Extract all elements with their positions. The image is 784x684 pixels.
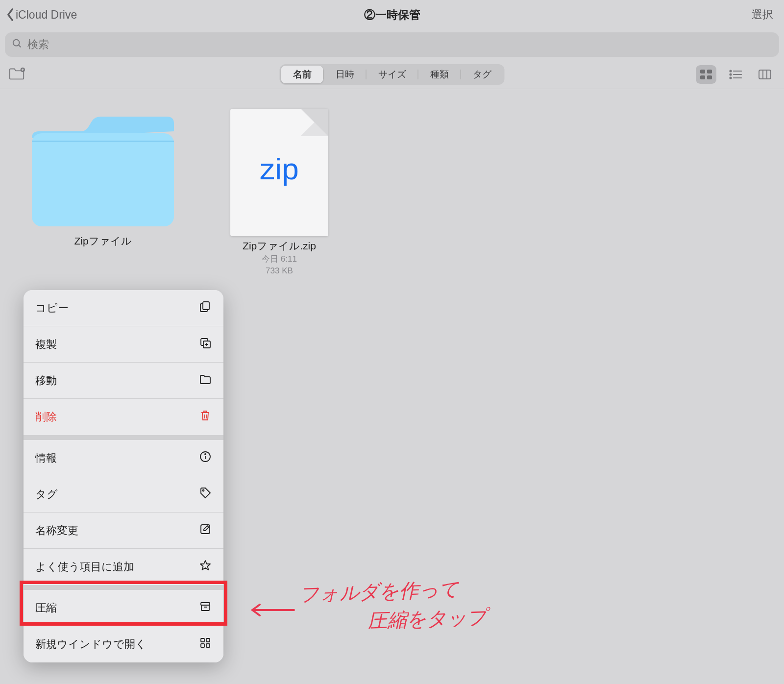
view-columns[interactable] (755, 65, 775, 84)
menu-copy-label: コピー (35, 301, 69, 316)
menu-rename[interactable]: 名称変更 (24, 513, 223, 549)
trash-icon (199, 409, 212, 425)
zip-glyph: zip (260, 151, 298, 186)
menu-favorite[interactable]: よく使う項目に追加 (24, 549, 223, 585)
annotation-line2: 圧縮をタップ (367, 604, 488, 635)
menu-new-window[interactable]: 新規ウインドウで開く (24, 626, 223, 662)
svg-rect-30 (201, 525, 210, 534)
sort-segmented-control: 名前 日時 サイズ 種類 タグ (280, 64, 505, 85)
menu-rename-label: 名称変更 (35, 523, 78, 538)
sort-name[interactable]: 名前 (281, 66, 323, 83)
menu-move[interactable]: 移動 (24, 363, 223, 399)
grid-icon (199, 636, 212, 652)
svg-rect-32 (201, 605, 209, 611)
handwritten-annotation: フォルダを作って 圧縮をタップ (245, 578, 564, 647)
sort-kind[interactable]: 種類 (418, 66, 461, 83)
menu-new-window-label: 新規ウインドウで開く (35, 637, 147, 652)
folder-label: Zipファイル (74, 234, 131, 248)
menu-tag[interactable]: タグ (24, 476, 223, 513)
svg-rect-6 (707, 70, 712, 73)
svg-rect-36 (201, 644, 204, 647)
annotation-line1: フォルダを作って (298, 575, 460, 608)
back-label: iCloud Drive (16, 8, 77, 22)
view-list[interactable] (725, 65, 746, 84)
info-icon (199, 450, 212, 466)
folder-item[interactable]: Zipファイル (20, 109, 186, 276)
menu-compress[interactable]: 圧縮 (24, 590, 223, 626)
select-button[interactable]: 選択 (752, 7, 778, 22)
arrow-icon (245, 598, 299, 622)
back-button[interactable]: iCloud Drive (6, 8, 77, 22)
menu-separator (24, 435, 223, 440)
copy-icon (199, 300, 212, 316)
menu-info-label: 情報 (35, 451, 57, 465)
search-icon (12, 38, 23, 51)
sort-size[interactable]: サイズ (367, 66, 418, 83)
search-bar[interactable] (5, 32, 779, 57)
page-title: ②一時保管 (364, 7, 420, 23)
menu-separator (24, 585, 223, 590)
chevron-left-icon (6, 8, 15, 22)
menu-delete-label: 削除 (35, 410, 57, 424)
menu-duplicate-label: 複製 (35, 337, 57, 352)
search-bar-wrap (0, 29, 784, 60)
zip-file-item[interactable]: zip Zipファイル.zip 今日 6:11 733 KB (211, 109, 348, 276)
folder-icon (22, 109, 184, 231)
svg-point-9 (730, 70, 732, 72)
svg-point-28 (205, 454, 206, 455)
document-icon: zip (230, 109, 328, 236)
menu-compress-label: 圧縮 (35, 601, 57, 615)
svg-rect-34 (201, 638, 204, 642)
zip-file-date: 今日 6:11 (262, 254, 297, 265)
menu-favorite-label: よく使う項目に追加 (35, 560, 134, 574)
menu-move-label: 移動 (35, 373, 57, 388)
sort-tag[interactable]: タグ (461, 66, 503, 83)
duplicate-icon (199, 337, 212, 352)
files-grid: Zipファイル zip Zipファイル.zip 今日 6:11 733 KB (0, 89, 784, 296)
svg-rect-15 (759, 70, 771, 79)
svg-point-11 (730, 73, 732, 75)
zip-file-size: 733 KB (266, 266, 293, 276)
toolbar: 名前 日時 サイズ 種類 タグ (0, 60, 784, 89)
menu-copy[interactable]: コピー (24, 290, 223, 326)
folder-icon (199, 373, 212, 389)
star-icon (199, 559, 212, 575)
svg-rect-7 (700, 75, 705, 79)
zip-file-label: Zipファイル.zip (243, 239, 316, 253)
svg-point-13 (730, 77, 732, 78)
search-input[interactable] (27, 38, 772, 51)
svg-line-1 (19, 45, 21, 48)
archive-icon (199, 600, 212, 616)
svg-rect-8 (707, 75, 712, 79)
svg-point-29 (203, 489, 204, 491)
svg-rect-37 (206, 644, 210, 647)
menu-delete[interactable]: 削除 (24, 399, 223, 435)
svg-rect-18 (32, 133, 174, 226)
context-menu: コピー 複製 移動 削除 情報 タグ 名称変更 よく使う項目 (24, 290, 223, 662)
menu-tag-label: タグ (35, 487, 58, 502)
view-icon-grid[interactable] (696, 65, 716, 84)
navigation-bar: iCloud Drive ②一時保管 選択 (0, 0, 784, 29)
svg-rect-35 (206, 638, 210, 642)
svg-rect-19 (203, 302, 209, 310)
rename-icon (199, 523, 212, 538)
svg-rect-5 (700, 70, 705, 73)
tag-icon (199, 487, 212, 502)
new-folder-button[interactable] (9, 67, 25, 82)
menu-info[interactable]: 情報 (24, 440, 223, 476)
svg-point-0 (13, 40, 20, 46)
menu-duplicate[interactable]: 複製 (24, 326, 223, 363)
sort-date[interactable]: 日時 (324, 66, 366, 83)
